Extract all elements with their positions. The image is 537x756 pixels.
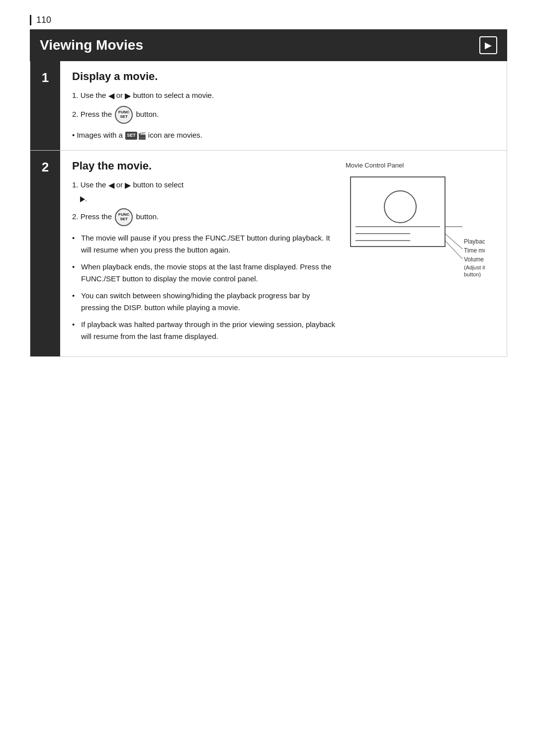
- step-1-2-num: 2.: [72, 110, 81, 118]
- section-2-left: Play the movie. 1. Use the ◀ or ▶ button…: [72, 160, 346, 348]
- arrow-right-icon-1: ▶: [125, 90, 131, 102]
- sections-container: 1 Display a movie. 1. Use the ◀ or ▶ but…: [30, 61, 507, 357]
- bullet-2-4: If playback was halted partway through i…: [72, 319, 336, 342]
- step-1-1-num: 1.: [72, 91, 81, 99]
- step-1-1-or: or: [116, 91, 125, 99]
- movie-control-panel-label: Movie Control Panel: [346, 162, 404, 169]
- section-1-title: Display a movie.: [72, 70, 495, 83]
- step-2-1-or: or: [116, 180, 125, 189]
- section-1-content: Display a movie. 1. Use the ◀ or ▶ butto…: [60, 61, 507, 150]
- section-2-content: Play the movie. 1. Use the ◀ or ▶ button…: [60, 151, 507, 357]
- play-arrow-icon: [80, 196, 85, 202]
- step-2-2: 2. Press the FUNC SET button.: [72, 208, 336, 226]
- step-1-2-after: button.: [136, 110, 159, 118]
- step-1-2-text: Press the: [81, 110, 114, 118]
- images-note-text2: icon are movies.: [148, 131, 202, 139]
- step-2-2-text: Press the: [81, 212, 114, 221]
- step-1-1-text: Use the: [81, 91, 108, 99]
- ann-label-pb: Playback Progress Bar: [464, 238, 485, 245]
- arrow-right-icon-2: ▶: [125, 179, 131, 191]
- page-number: 110: [30, 15, 51, 25]
- step-2-2-after: button.: [136, 212, 159, 221]
- section-2-number: 2: [30, 151, 60, 357]
- images-note-text1: Images with a: [77, 131, 125, 139]
- ann-line-time: [445, 234, 462, 249]
- ann-label-vol-adjust2: button): [464, 271, 481, 277]
- arrow-left-icon-1: ◀: [108, 90, 114, 102]
- section-2-steps: 1. Use the ◀ or ▶ button to select .: [72, 179, 336, 227]
- section-1-number: 1: [30, 61, 60, 150]
- diagram-svg: Playback Progress Bar Time movie was sho…: [346, 172, 485, 301]
- circle-indicator: [384, 191, 416, 223]
- section-2: 2 Play the movie. 1. Use the ◀ or: [30, 151, 507, 357]
- images-note-bullet: •: [72, 131, 77, 139]
- step-1-1-after: button to select a movie.: [133, 91, 214, 99]
- section-2-inner: Play the movie. 1. Use the ◀ or ▶ button…: [72, 160, 495, 348]
- step-2-2-num: 2.: [72, 212, 81, 221]
- section-1: 1 Display a movie. 1. Use the ◀ or ▶ but…: [30, 61, 507, 151]
- ann-line-vol: [445, 241, 462, 259]
- set-movie-icon-wrapper: SET 🎬: [125, 131, 146, 141]
- arrow-left-icon-2: ◀: [108, 179, 114, 191]
- section-2-right: Movie Control Panel: [346, 160, 495, 348]
- bullet-2-1: The movie will pause if you press the FU…: [72, 232, 336, 256]
- playback-mode-icon-box: ▶: [479, 36, 497, 54]
- play-symbol-inline: .: [80, 193, 87, 205]
- step-2-1-num: 1.: [72, 180, 81, 189]
- step-1-1: 1. Use the ◀ or ▶ button to select a mov…: [72, 90, 495, 102]
- step-2-1: 1. Use the ◀ or ▶ button to select .: [72, 179, 336, 205]
- func-set-button-1: FUNC SET: [115, 106, 133, 124]
- set-label-icon: SET: [125, 132, 137, 140]
- images-note: • Images with a SET 🎬 icon are movies.: [72, 130, 495, 141]
- chapter-title: Viewing Movies: [40, 37, 143, 53]
- func-set-button-2: FUNC SET: [115, 208, 133, 226]
- ann-label-time: Time movie was shot: [464, 247, 485, 254]
- ann-label-vol-adjust: (Adjust it with the ▲ or ▼: [464, 264, 485, 270]
- bullet-2-2: When playback ends, the movie stops at t…: [72, 261, 336, 285]
- playback-mode-icon: ▶: [485, 40, 492, 51]
- section-2-title: Play the movie.: [72, 160, 336, 172]
- section-1-steps: 1. Use the ◀ or ▶ button to select a mov…: [72, 90, 495, 124]
- chapter-header: Viewing Movies ▶: [30, 29, 507, 61]
- ann-label-vol: Volume Level: [464, 256, 485, 263]
- section-2-bullets: The movie will pause if you press the FU…: [72, 232, 336, 342]
- page-container: 110 Viewing Movies ▶ 1 Display a movie. …: [0, 0, 537, 756]
- step-2-1-text: Use the: [81, 180, 108, 189]
- bullet-2-3: You can switch between showing/hiding th…: [72, 290, 336, 314]
- camera-icon: 🎬: [138, 131, 146, 141]
- step-2-1-after: button to select: [133, 180, 183, 189]
- step-1-2: 2. Press the FUNC SET button.: [72, 106, 495, 124]
